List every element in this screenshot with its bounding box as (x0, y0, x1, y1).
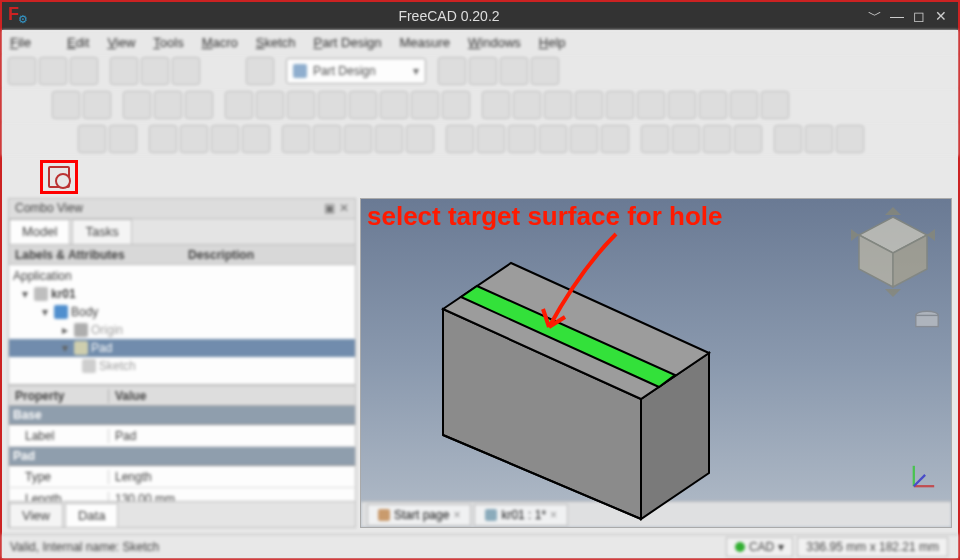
save-icon[interactable] (70, 57, 98, 85)
thick-icon[interactable] (734, 125, 762, 153)
rev-icon[interactable] (313, 125, 341, 153)
close-button[interactable]: ✕ (930, 8, 952, 24)
v4-icon[interactable] (575, 91, 603, 119)
tree-row-sketch[interactable]: Sketch (9, 357, 355, 375)
origin-icon (74, 323, 88, 337)
v3-icon[interactable] (544, 91, 572, 119)
v8-icon[interactable] (699, 91, 727, 119)
iso-icon[interactable] (256, 91, 284, 119)
loft-icon[interactable] (344, 125, 372, 153)
right-icon[interactable] (349, 91, 377, 119)
whatsthis-icon[interactable] (246, 57, 274, 85)
status-navmode[interactable]: CAD▾ (726, 537, 793, 557)
tree-row-pad[interactable]: ▾Pad (9, 339, 355, 357)
mirror-icon[interactable] (774, 125, 802, 153)
measure-icon[interactable] (438, 57, 466, 85)
subhelix-icon[interactable] (601, 125, 629, 153)
measure4-icon[interactable] (531, 57, 559, 85)
3d-viewport[interactable]: select target surface for hole (360, 198, 952, 528)
fillet-icon[interactable] (641, 125, 669, 153)
combo-close-icon[interactable]: ✕ (339, 201, 349, 216)
maximize-button[interactable]: ◻ (908, 8, 930, 24)
tab-data[interactable]: Data (65, 503, 118, 527)
left-icon[interactable] (442, 91, 470, 119)
polar-icon[interactable] (836, 125, 864, 153)
workbench-icon (293, 64, 307, 78)
refresh-icon[interactable] (172, 57, 200, 85)
tree-row-body[interactable]: ▾Body (9, 303, 355, 321)
new-sketch-button[interactable] (40, 160, 78, 194)
restore-button[interactable]: — (886, 8, 908, 24)
menu-edit[interactable]: Edit (67, 35, 89, 50)
menu-file[interactable]: File (10, 35, 49, 50)
top-icon[interactable] (318, 91, 346, 119)
tree-row-origin[interactable]: ▸Origin (9, 321, 355, 339)
v1-icon[interactable] (482, 91, 510, 119)
minimize-button[interactable]: ﹀ (864, 7, 886, 25)
v7-icon[interactable] (668, 91, 696, 119)
model-tree[interactable]: Application ▾kr01 ▾Body ▸Origin ▾Pad Ske… (9, 265, 355, 385)
property-panel: PropertyValue Base LabelPad Pad TypeLeng… (9, 385, 355, 501)
menu-partdesign[interactable]: Part Design (314, 35, 382, 50)
v2-icon[interactable] (513, 91, 541, 119)
tab-tasks[interactable]: Tasks (72, 219, 131, 244)
body-tree-icon (54, 305, 68, 319)
undo-icon[interactable] (110, 57, 138, 85)
groove-icon[interactable] (508, 125, 536, 153)
tree-row-application[interactable]: Application (9, 267, 355, 285)
helix-icon[interactable] (406, 125, 434, 153)
bottom-icon[interactable] (411, 91, 439, 119)
menu-view[interactable]: View (107, 35, 135, 50)
zoom-icon[interactable] (225, 91, 253, 119)
measure2-icon[interactable] (469, 57, 497, 85)
redo-icon[interactable] (141, 57, 169, 85)
pd2-icon[interactable] (109, 125, 137, 153)
workbench-selector[interactable]: Part Design ▾ (286, 58, 426, 84)
tree-row-doc[interactable]: ▾kr01 (9, 285, 355, 303)
menu-windows[interactable]: Windows (468, 35, 521, 50)
chamfer-icon[interactable] (672, 125, 700, 153)
nav-right-icon[interactable] (154, 91, 182, 119)
pt-icon[interactable] (180, 125, 208, 153)
clone-icon[interactable] (242, 125, 270, 153)
prop-row-label[interactable]: LabelPad (9, 425, 355, 447)
linear-icon[interactable] (805, 125, 833, 153)
sweep-icon[interactable] (375, 125, 403, 153)
front-icon[interactable] (287, 91, 315, 119)
body-icon[interactable] (78, 125, 106, 153)
subsweep-icon[interactable] (570, 125, 598, 153)
y-icon[interactable] (211, 125, 239, 153)
open-icon[interactable] (39, 57, 67, 85)
measure3-icon[interactable] (500, 57, 528, 85)
combo-title: Combo View (15, 201, 320, 216)
tab-model[interactable]: Model (9, 219, 70, 244)
subloft-icon[interactable] (539, 125, 567, 153)
v10-icon[interactable] (761, 91, 789, 119)
new-icon[interactable] (8, 57, 36, 85)
navcube[interactable] (843, 205, 943, 299)
tab-view[interactable]: View (9, 503, 63, 527)
menu-sketch[interactable]: Sketch (256, 35, 296, 50)
combo-detach-icon[interactable]: ▣ (324, 201, 335, 216)
prop-row-length[interactable]: Length130.00 mm (9, 488, 355, 501)
fit-icon[interactable] (52, 91, 80, 119)
menu-tools[interactable]: Tools (153, 35, 183, 50)
v9-icon[interactable] (730, 91, 758, 119)
pocket-icon[interactable] (446, 125, 474, 153)
rear-icon[interactable] (380, 91, 408, 119)
hole-icon[interactable] (477, 125, 505, 153)
line-icon[interactable] (149, 125, 177, 153)
pad-icon[interactable] (282, 125, 310, 153)
svg-marker-5 (927, 229, 935, 241)
draft-icon[interactable] (703, 125, 731, 153)
fitsel-icon[interactable] (83, 91, 111, 119)
v6-icon[interactable] (637, 91, 665, 119)
menu-measure[interactable]: Measure (400, 35, 451, 50)
prop-row-type[interactable]: TypeLength (9, 466, 355, 488)
v5-icon[interactable] (606, 91, 634, 119)
nav-up-icon[interactable] (185, 91, 213, 119)
menu-help[interactable]: Help (539, 35, 566, 50)
nav-left-icon[interactable] (123, 91, 151, 119)
menu-macro[interactable]: Macro (202, 35, 238, 50)
navcube-persp-icon[interactable] (913, 307, 941, 335)
